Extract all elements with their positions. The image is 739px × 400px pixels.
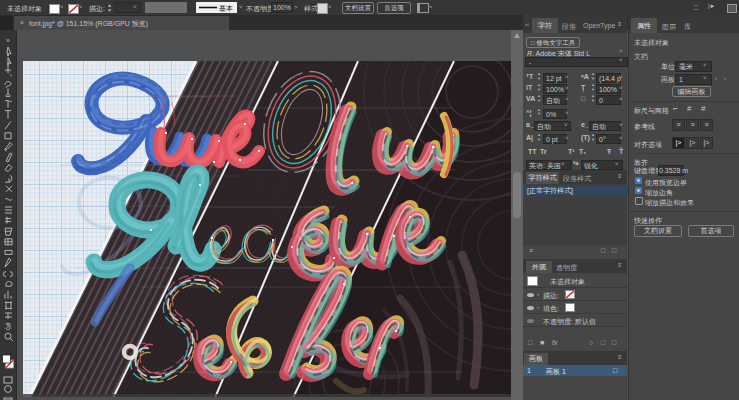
svg-text:»: » [6,37,10,44]
